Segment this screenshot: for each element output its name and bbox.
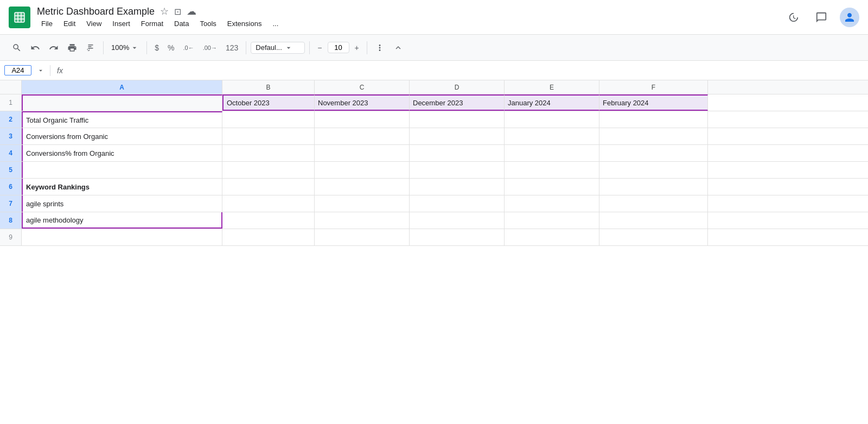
col-header-d[interactable]: D [410,80,505,94]
divider-5 [367,41,367,54]
cell-c5[interactable] [315,162,410,178]
cell-a9[interactable] [22,229,222,245]
cell-a2[interactable]: Total Organic Traffic [22,111,222,128]
cell-b9[interactable] [222,229,315,245]
cell-b2[interactable] [222,111,315,128]
table-row: 9 [0,229,868,246]
cell-b8[interactable] [222,212,315,229]
col-header-b[interactable]: B [222,80,315,94]
star-icon[interactable]: ☆ [160,5,169,17]
cloud-icon[interactable]: ☁ [187,5,196,17]
cell-c6[interactable] [315,179,410,195]
cell-e2[interactable] [505,111,599,128]
menu-more[interactable]: ... [268,18,283,29]
decimal-increase-button[interactable]: .00→ [200,42,220,53]
currency-button[interactable]: $ [151,41,162,54]
cell-c2[interactable] [315,111,410,128]
user-avatar[interactable] [840,8,859,27]
cell-d5[interactable] [410,162,505,178]
cell-a4[interactable]: Conversions% from Organic [22,145,222,161]
cell-d9[interactable] [410,229,505,245]
paint-format-button[interactable] [82,41,99,55]
cell-c3[interactable] [315,128,410,144]
comments-icon[interactable] [812,8,831,27]
cell-a5[interactable] [22,162,222,178]
font-name: Defaul... [256,43,282,52]
cell-e1[interactable]: January 2024 [505,94,599,111]
undo-button[interactable] [27,41,43,55]
cell-f7[interactable] [599,195,708,212]
menu-insert[interactable]: Insert [108,18,135,29]
percent-button[interactable]: % [164,41,177,54]
decimal-decrease-label: .0← [183,45,194,51]
col-header-a[interactable]: A [22,80,222,94]
menu-extensions[interactable]: Extensions [223,18,266,29]
redo-button[interactable] [46,41,62,55]
cell-c7[interactable] [315,195,410,212]
cell-b6[interactable] [222,179,315,195]
cell-d7[interactable] [410,195,505,212]
cell-d6[interactable] [410,179,505,195]
cell-e3[interactable] [505,128,599,144]
cell-e6[interactable] [505,179,599,195]
collapse-button[interactable] [390,41,406,55]
folder-icon[interactable]: ⊡ [174,7,181,17]
cell-b3[interactable] [222,128,315,144]
cell-b5[interactable] [222,162,315,178]
cell-e9[interactable] [505,229,599,245]
cell-a3[interactable]: Conversions from Organic [22,128,222,144]
print-button[interactable] [64,41,80,55]
cell-ref-dropdown[interactable] [36,66,46,75]
cell-d1[interactable]: December 2023 [410,94,505,111]
font-size-decrease[interactable]: − [314,41,325,54]
font-size-box[interactable]: 10 [328,42,349,53]
cell-d2[interactable] [410,111,505,128]
cell-e5[interactable] [505,162,599,178]
decimal-decrease-button[interactable]: .0← [180,42,197,53]
cell-e8[interactable] [505,212,599,229]
cell-c9[interactable] [315,229,410,245]
cell-d3[interactable] [410,128,505,144]
cell-b1[interactable]: October 2023 [222,94,315,111]
cell-e4[interactable] [505,145,599,161]
more-options-button[interactable] [372,41,388,55]
cell-a1[interactable] [22,94,222,111]
cell-f6[interactable] [599,179,708,195]
cell-c1[interactable]: November 2023 [315,94,410,111]
cell-f8[interactable] [599,212,708,229]
cell-f5[interactable] [599,162,708,178]
cell-d4[interactable] [410,145,505,161]
zoom-selector[interactable]: 100% [108,42,142,53]
cell-d8[interactable] [410,212,505,229]
cell-e7[interactable] [505,195,599,212]
cell-a8[interactable]: agile methodology [22,212,222,229]
cell-reference[interactable]: A24 [4,65,31,75]
cell-f1[interactable]: February 2024 [599,94,708,111]
cell-c4[interactable] [315,145,410,161]
font-selector[interactable]: Defaul... [251,42,305,54]
menu-edit[interactable]: Edit [59,18,80,29]
col-header-f[interactable]: F [599,80,708,94]
menu-format[interactable]: Format [137,18,168,29]
col-header-e[interactable]: E [505,80,599,94]
cell-f3[interactable] [599,128,708,144]
app-icon[interactable] [9,7,30,28]
cell-b7[interactable] [222,195,315,212]
history-icon[interactable] [783,8,803,27]
col-header-c[interactable]: C [315,80,410,94]
font-size-increase[interactable]: + [352,41,362,54]
cell-f2[interactable] [599,111,708,128]
search-button[interactable] [9,41,25,55]
number-format-button[interactable]: 123 [222,41,241,54]
formula-input[interactable] [69,66,864,74]
menu-data[interactable]: Data [170,18,193,29]
menu-tools[interactable]: Tools [195,18,220,29]
cell-f9[interactable] [599,229,708,245]
cell-c8[interactable] [315,212,410,229]
cell-a6[interactable]: Keyword Rankings [22,179,222,195]
cell-b4[interactable] [222,145,315,161]
cell-a7[interactable]: agile sprints [22,195,222,212]
menu-view[interactable]: View [82,18,106,29]
menu-file[interactable]: File [37,18,57,29]
cell-f4[interactable] [599,145,708,161]
